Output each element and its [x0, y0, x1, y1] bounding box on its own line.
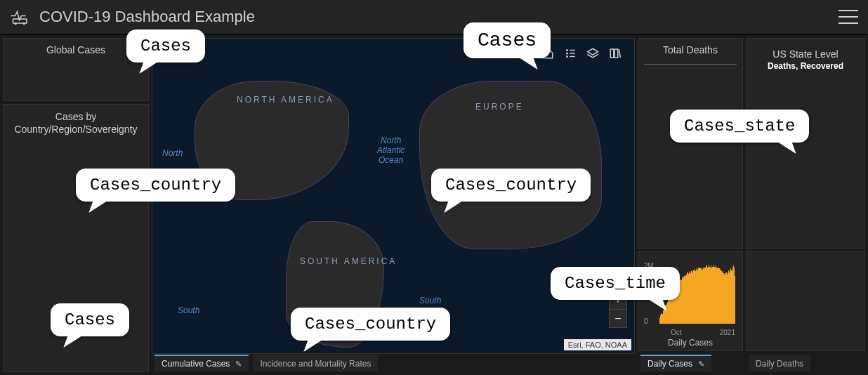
cases-by-line2: Country/Region/Sovereignty — [14, 124, 137, 135]
annotation-bubble: Cases_country — [291, 308, 450, 341]
tab-daily-cases-label: Daily Cases — [647, 359, 692, 369]
annotation-bubble: Cases — [463, 22, 551, 58]
svg-point-9 — [566, 55, 568, 58]
total-deaths-panel: Total Deaths — [638, 38, 743, 249]
tab-cumulative-label: Cumulative Cases — [162, 359, 230, 369]
edit-icon[interactable]: ✎ — [235, 360, 242, 369]
annotation-bubble: Cases_country — [431, 169, 591, 202]
ytick-0: 0 — [644, 317, 648, 325]
svg-point-1 — [15, 22, 17, 25]
bookmarks-icon[interactable] — [609, 47, 622, 60]
chart-title: Daily Cases — [643, 338, 738, 348]
svg-rect-12 — [610, 49, 614, 58]
tab-daily-deaths-label: Daily Deaths — [756, 359, 803, 369]
map-label-south-l: South — [178, 305, 199, 315]
annotation-bubble: Cases_time — [551, 267, 680, 300]
legend-icon[interactable] — [564, 47, 577, 60]
tab-daily-deaths[interactable]: Daily Deaths — [749, 355, 810, 371]
cases-by-line1: Cases by — [55, 111, 96, 122]
page-title: COVID-19 Dashboard Example — [39, 8, 255, 26]
annotation-bubble: Cases_country — [76, 169, 235, 202]
app-header: COVID-19 Dashboard Example — [0, 0, 868, 35]
map-tabbar: Cumulative Cases ✎ Incidence and Mortali… — [152, 354, 635, 372]
map-label-south-r: South — [419, 296, 441, 305]
map-label-natl: NorthAtlanticOcean — [377, 136, 405, 165]
annotation-bubble: Cases — [126, 29, 205, 63]
svg-rect-13 — [614, 49, 618, 58]
zoom-out-button[interactable]: − — [610, 309, 626, 327]
map-attribution: Esri, FAO, NOAA — [564, 339, 631, 350]
us-state-sub: Deaths, Recovered — [747, 61, 864, 71]
us-state-panel: US State Level Deaths, Recovered — [746, 38, 865, 249]
chart-tabbar: Daily Cases ✎ — [638, 354, 743, 372]
svg-point-5 — [566, 49, 568, 51]
logo-icon — [10, 8, 31, 25]
map-label-sa: SOUTH AMERICA — [300, 256, 397, 266]
svg-marker-11 — [588, 48, 598, 55]
right-lower-panel — [746, 251, 865, 351]
tab-incidence-label: Incidence and Mortality Rates — [260, 359, 371, 369]
chart-tabbar-2: Daily Deaths — [746, 354, 865, 372]
tab-cumulative-cases[interactable]: Cumulative Cases ✎ — [154, 355, 249, 371]
xtick-oct: Oct — [671, 329, 682, 336]
map-label-na: NORTH AMERICA — [237, 95, 334, 105]
tab-incidence-mortality[interactable]: Incidence and Mortality Rates — [253, 355, 378, 371]
tab-daily-cases[interactable]: Daily Cases ✎ — [640, 355, 711, 371]
xtick-2021: 2021 — [720, 329, 735, 336]
svg-point-7 — [566, 53, 568, 55]
map-label-eu: EUROPE — [475, 102, 524, 112]
svg-line-14 — [619, 49, 620, 58]
svg-point-2 — [23, 22, 25, 25]
edit-icon[interactable]: ✎ — [698, 360, 704, 369]
menu-button[interactable] — [839, 10, 858, 24]
us-state-label: US State Level — [747, 43, 864, 61]
total-deaths-label: Total Deaths — [638, 39, 742, 61]
layers-icon[interactable] — [586, 47, 599, 60]
annotation-bubble: Cases — [51, 303, 129, 336]
map-label-np: North — [162, 148, 183, 158]
annotation-bubble: Cases_state — [670, 110, 809, 143]
cases-by-country-label: Cases by Country/Region/Sovereignty — [4, 105, 148, 141]
